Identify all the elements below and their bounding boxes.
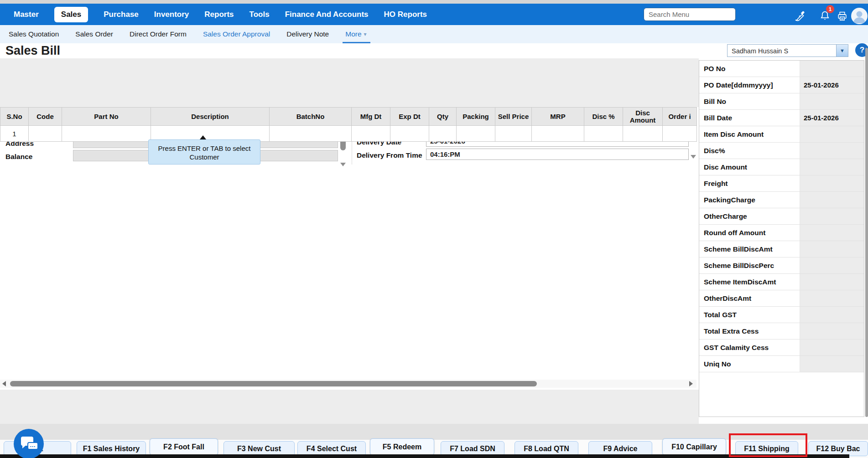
panel-label: Round off Amount (699, 225, 800, 241)
panel-value[interactable] (800, 290, 864, 306)
panel-value[interactable] (800, 257, 864, 273)
col-header-packing: Packing (457, 108, 495, 126)
panel-value[interactable] (800, 208, 864, 224)
cell-sell-price[interactable] (495, 126, 532, 142)
col-header-mrp: MRP (532, 108, 584, 126)
balance-label: Balance (5, 153, 32, 161)
cell-code[interactable] (29, 126, 62, 142)
printer-icon[interactable] (837, 10, 848, 24)
panel-label: Disc% (699, 143, 800, 159)
staff-selector-dropdown[interactable]: Sadham Hussain S ▼ (727, 44, 848, 57)
dropdown-arrow-icon[interactable]: ▼ (836, 45, 848, 57)
paintbrush-icon[interactable] (794, 10, 806, 24)
panel-value[interactable] (800, 192, 864, 208)
nav-item-reports[interactable]: Reports (204, 10, 234, 19)
panel-value[interactable] (800, 356, 864, 372)
subnav-item-direct-order-form[interactable]: Direct Order Form (130, 30, 187, 38)
table-row: 1 (0, 126, 697, 142)
panel-row-round-off-amount: Round off Amount (699, 225, 864, 241)
panel-row-otherdiscamt: OtherDiscAmt (699, 290, 864, 307)
panel-label: Disc Amount (699, 159, 800, 175)
remarks-message-section: Remarks Message (0, 390, 699, 424)
scroll-down-arrow-icon[interactable] (340, 163, 346, 166)
nav-item-master[interactable]: Master (14, 10, 39, 19)
panel-value[interactable] (800, 340, 864, 355)
page-vertical-scrollbar[interactable] (865, 48, 868, 417)
col-header-disc-pct: Disc % (584, 108, 623, 126)
panel-label: PO No (699, 61, 800, 77)
delivery-scroll-down-icon[interactable] (691, 155, 696, 159)
cell-disc-amount[interactable] (623, 126, 663, 142)
panel-row-total-extra-cess: Total Extra Cess (699, 323, 864, 340)
panel-value[interactable] (800, 323, 864, 339)
cell-batchno[interactable] (270, 126, 352, 142)
subnav-item-sales-order[interactable]: Sales Order (75, 30, 113, 38)
panel-value[interactable] (800, 159, 864, 175)
table-horizontal-scrollbar[interactable] (0, 380, 696, 388)
chat-widget-button[interactable]: … (14, 429, 44, 458)
panel-value[interactable] (800, 93, 864, 109)
panel-label: OtherCharge (699, 208, 800, 224)
panel-label: Bill No (699, 93, 800, 109)
subnav-item-more[interactable]: More ▾ (345, 25, 366, 43)
panel-row-othercharge: OtherCharge (699, 208, 864, 225)
panel-value[interactable]: 25-01-2026 (800, 77, 864, 93)
cell-order-in[interactable] (663, 126, 697, 142)
panel-value[interactable] (800, 225, 864, 241)
fkey-f5-redeem[interactable]: F5 Redeem (370, 438, 434, 455)
search-input[interactable] (644, 8, 736, 21)
nav-item-ho-reports[interactable]: HO Reports (384, 10, 427, 19)
panel-value[interactable] (800, 126, 864, 142)
delivery-from-time-input[interactable]: 04:16:PM (426, 149, 689, 160)
subnav-item-sales-quotation[interactable]: Sales Quotation (9, 30, 59, 38)
cell-disc-pct[interactable] (584, 126, 623, 142)
panel-row-bill-no: Bill No (699, 93, 864, 110)
scroll-left-arrow-icon[interactable] (2, 381, 6, 386)
main-nav: Master Sales Purchase Inventory Reports … (14, 4, 427, 25)
col-header-description: Description (151, 108, 270, 126)
notification-count-badge: 1 (826, 5, 834, 13)
scroll-right-arrow-icon[interactable] (689, 381, 693, 386)
panel-row-item-disc-amount: Item Disc Amount (699, 126, 864, 143)
col-header-qty: Qty (429, 108, 457, 126)
cell-packing[interactable] (457, 126, 495, 142)
cell-part-no[interactable] (62, 126, 151, 142)
user-avatar[interactable] (851, 8, 868, 24)
subnav-item-sales-order-approval[interactable]: Sales Order Approval (203, 30, 270, 38)
cell-mfg-dt[interactable] (352, 126, 390, 142)
subnav-item-delivery-note[interactable]: Delivery Note (286, 30, 329, 38)
more-label: More (345, 30, 361, 38)
panel-value[interactable] (800, 274, 864, 290)
panel-label: Freight (699, 175, 800, 191)
chevron-down-icon: ▾ (364, 31, 367, 37)
panel-value[interactable] (800, 61, 864, 77)
panel-label: Total GST (699, 307, 800, 323)
cell-qty[interactable] (429, 126, 457, 142)
fkey-f2-foot-fall[interactable]: F2 Foot Fall (150, 438, 218, 455)
panel-value[interactable] (800, 143, 864, 159)
nav-item-purchase[interactable]: Purchase (104, 10, 139, 19)
hscrollbar-thumb[interactable] (10, 381, 537, 386)
cell-mrp[interactable] (532, 126, 584, 142)
nav-item-tools[interactable]: Tools (249, 10, 270, 19)
cell-exp-dt[interactable] (390, 126, 429, 142)
panel-row-total-gst: Total GST (699, 307, 864, 323)
panel-row-packingcharge: PackingCharge (699, 192, 864, 208)
panel-label: Scheme BillDiscAmt (699, 241, 800, 257)
panel-value[interactable] (800, 307, 864, 323)
fkey-f10-capillary[interactable]: F10 Capillary (662, 438, 726, 455)
col-header-sno: S.No (0, 108, 29, 126)
nav-item-inventory[interactable]: Inventory (154, 10, 189, 19)
panel-label: PackingCharge (699, 192, 800, 208)
nav-item-sales[interactable]: Sales (54, 7, 88, 22)
panel-row-po-date: PO Date[ddmmyyyy]25-01-2026 (699, 77, 864, 93)
nav-item-finance-and-accounts[interactable]: Finance And Accounts (285, 10, 369, 19)
table-header-row: S.No Code Part No Description BatchNo Mf… (0, 108, 697, 126)
panel-label: Scheme ItemDiscAmt (699, 274, 800, 290)
bottom-bar (0, 454, 849, 458)
panel-value[interactable] (800, 241, 864, 257)
panel-value[interactable] (800, 175, 864, 191)
tooltip-arrow (200, 135, 206, 139)
panel-value[interactable]: 25-01-2026 (800, 110, 864, 126)
page-title: Sales Bill (5, 44, 60, 58)
